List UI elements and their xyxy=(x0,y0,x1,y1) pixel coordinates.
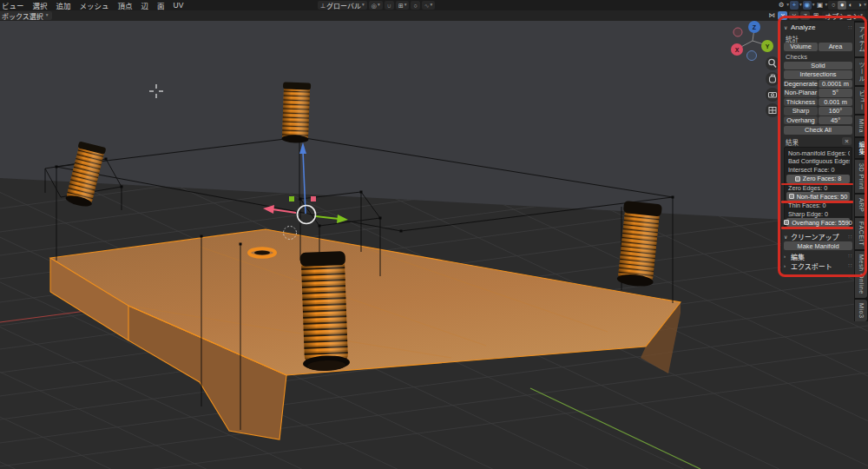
tool-gear-icon[interactable]: ⚙ xyxy=(777,1,786,10)
result-select-button-non-flat-faces[interactable]: Non-flat Faces: 50 xyxy=(786,192,850,201)
area-button[interactable]: Area xyxy=(819,43,852,51)
menu-face[interactable]: 面 xyxy=(153,0,169,10)
check-name[interactable]: Degenerate xyxy=(784,80,818,89)
mirror-x-button[interactable]: X xyxy=(778,11,787,20)
menu-vertex[interactable]: 頂点 xyxy=(114,0,137,10)
result-select-button-overhang-faces[interactable]: Overhang Face: 5590 xyxy=(786,218,850,227)
proportional-edit-toggle[interactable]: ○ xyxy=(411,1,419,10)
panel-grip-icon[interactable]: ∷ xyxy=(848,24,852,31)
falloff-icon: ∿ xyxy=(424,3,430,9)
result-select-button-zero-faces[interactable]: Zero Faces: 8 xyxy=(786,175,850,183)
panel-grip-icon[interactable]: ∷ xyxy=(848,234,852,241)
results-list: Non-manifold Edges: 0 Bad Contiguous Edg… xyxy=(784,147,852,230)
check-row-degenerate: Degenerate 0.0001 m xyxy=(784,80,852,89)
xray-toggle-icon[interactable]: ▣ xyxy=(815,1,824,10)
volume-button[interactable]: Volume xyxy=(784,43,818,51)
clear-results-button[interactable]: ✕ xyxy=(842,137,852,146)
menu-edge[interactable]: 辺 xyxy=(137,0,154,10)
analyze-panel-title: Analyze xyxy=(791,23,815,31)
chevron-down-icon[interactable]: ▾ xyxy=(864,3,866,8)
check-solid-button[interactable]: Solid xyxy=(784,62,852,70)
transform-orientation-dropdown[interactable]: ⊥ グローバル ▾ xyxy=(318,1,367,10)
statistics-label: 統計 xyxy=(786,34,852,42)
sidebar-tab-item[interactable]: アイテム xyxy=(855,23,867,56)
menu-mesh[interactable]: メッシュ xyxy=(76,0,114,10)
chevron-down-icon[interactable]: ▾ xyxy=(812,3,815,8)
camera-view-button[interactable] xyxy=(766,88,779,102)
sidebar-tab-mio3[interactable]: Mio3 xyxy=(855,300,867,322)
check-value-field[interactable]: 5° xyxy=(819,89,852,97)
menu-uv[interactable]: UV xyxy=(169,1,188,10)
sidebar-tab-3d-print[interactable]: 3D Print xyxy=(855,160,867,193)
chevron-down-icon[interactable]: ▾ xyxy=(799,3,802,8)
bolt-center-large[interactable] xyxy=(299,251,351,372)
proportional-icon: ○ xyxy=(413,3,417,9)
sidebar-tab-mesh-online[interactable]: Mesh Online xyxy=(855,251,867,298)
menu-bar: ビュー 選択 追加 メッシュ 頂点 辺 面 UV xyxy=(0,0,187,10)
panel-expand-caret-icon: ∨ xyxy=(784,24,789,30)
check-intersections-button[interactable]: Intersections xyxy=(784,70,852,79)
sidebar-tab-mira[interactable]: Mira xyxy=(855,116,867,136)
panel-grip-icon[interactable]: ∷ xyxy=(848,262,852,269)
make-manifold-button[interactable]: Make Manifold xyxy=(784,241,852,250)
check-name[interactable]: Thickness xyxy=(784,98,818,107)
shading-material-icon[interactable]: ◐ xyxy=(846,1,855,10)
edit-panel-title: 編集 xyxy=(791,252,805,261)
overlays-toggle-icon[interactable]: ◉ xyxy=(803,1,812,10)
sidebar-tab-edit[interactable]: 編集 xyxy=(855,138,867,158)
panel-grip-icon[interactable]: ∷ xyxy=(848,253,852,260)
check-name[interactable]: Overhang xyxy=(784,116,818,125)
gizmos-toggle-icon[interactable]: + xyxy=(790,1,799,10)
viewport-3d[interactable]: Z X Y xyxy=(0,0,868,469)
menu-select[interactable]: 選択 xyxy=(29,0,52,10)
edit-panel-header[interactable]: › 編集 ∷ xyxy=(784,252,852,261)
check-value-field[interactable]: 160° xyxy=(819,107,852,116)
active-tool-dropdown[interactable]: ボックス選択 ▾ xyxy=(0,11,52,20)
sidebar-tab-view[interactable]: ビュー xyxy=(855,87,867,114)
panel-expand-caret-icon: ∨ xyxy=(784,234,789,240)
options-dropdown[interactable]: オプション ▾ xyxy=(822,11,865,20)
check-value-field[interactable]: 0.0001 m xyxy=(819,80,852,89)
result-item: Intersect Face: 0 xyxy=(786,166,850,174)
perspective-toggle-button[interactable] xyxy=(766,103,779,117)
sidebar-tab-arp[interactable]: ARP xyxy=(855,195,867,215)
shading-wireframe-icon[interactable]: ○ xyxy=(829,1,838,10)
menu-add[interactable]: 追加 xyxy=(52,0,76,10)
shading-solid-icon[interactable]: ● xyxy=(838,1,846,10)
mirror-y-button[interactable]: Y xyxy=(789,11,799,20)
zoom-button[interactable] xyxy=(766,56,779,70)
sidebar-tab-tool[interactable]: ツール xyxy=(855,58,867,85)
tool-settings-bar: ボックス選択 ▾ ⋈ X Y Z ⊞ オプション ▾ xyxy=(0,10,868,21)
check-row-overhang: Overhang 45° xyxy=(784,116,852,125)
sidebar-tab-strip: アイテム ツール ビュー Mira 編集 3D Print ARP FACEIT… xyxy=(854,21,868,321)
menu-view[interactable]: ビュー xyxy=(0,0,29,10)
snap-face-icon[interactable]: ⊞ xyxy=(812,11,820,20)
pivot-point-dropdown[interactable]: ◎ ▾ xyxy=(369,1,383,10)
analyze-panel-header[interactable]: ∨ Analyze ∷ xyxy=(784,23,852,32)
face-select-icon xyxy=(795,176,800,182)
check-all-button[interactable]: Check All xyxy=(784,126,852,135)
mirror-z-button[interactable]: Z xyxy=(800,11,810,20)
check-value-field[interactable]: 0.001 m xyxy=(819,98,852,107)
panel-collapsed-caret-icon: › xyxy=(784,263,789,268)
header-center-controls: ⊥ グローバル ▾ ◎ ▾ ∪ ⊞ ▾ ○ ∿ ▾ xyxy=(318,1,435,10)
check-row-sharp: Sharp 160° xyxy=(784,107,852,116)
sidebar-tab-faceit[interactable]: FACEIT xyxy=(855,218,867,249)
export-panel-header[interactable]: › エクスポート ∷ xyxy=(784,261,852,271)
bolt-top-middle[interactable] xyxy=(281,82,311,143)
check-value-field[interactable]: 45° xyxy=(819,116,852,125)
header-right-controls: ⚙ ▾ + ▾ ◉ ▾ ▣ ▾ ○ ● ◐ ◑ ▾ xyxy=(777,1,867,10)
chevron-down-icon[interactable]: ▾ xyxy=(825,3,827,8)
chevron-down-icon: ▾ xyxy=(431,3,433,8)
shading-rendered-icon[interactable]: ◑ xyxy=(855,1,864,10)
cleanup-panel-header[interactable]: ∨ クリーンアップ ∷ xyxy=(784,232,852,241)
checks-label: Checks xyxy=(786,53,852,61)
check-name[interactable]: Sharp xyxy=(784,107,818,116)
snap-with-dropdown[interactable]: ⊞ ▾ xyxy=(396,1,410,10)
snap-toggle[interactable]: ∪ xyxy=(385,1,394,10)
result-item: Sharp Edge: 0 xyxy=(786,209,850,217)
falloff-dropdown[interactable]: ∿ ▾ xyxy=(422,1,436,10)
chevron-down-icon[interactable]: ▾ xyxy=(786,3,789,8)
check-name[interactable]: Non-Planar xyxy=(784,89,818,97)
pan-button[interactable] xyxy=(766,72,779,86)
